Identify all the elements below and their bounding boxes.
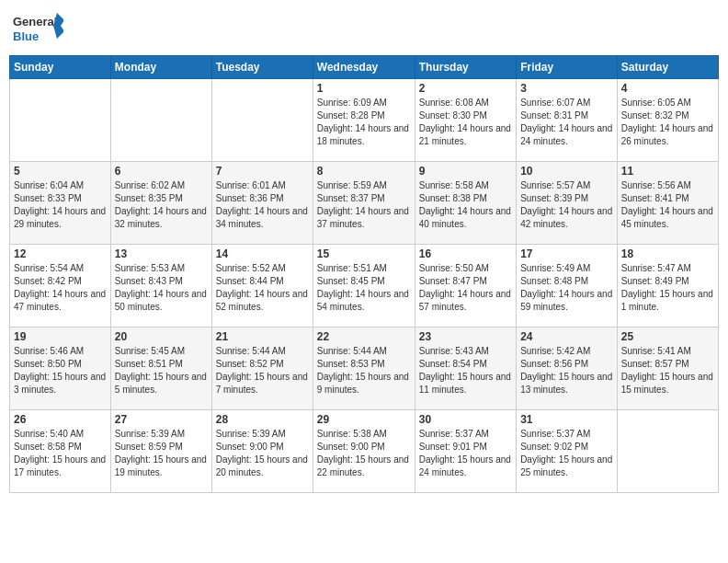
day-info: Sunrise: 5:39 AM Sunset: 8:59 PM Dayligh… [115,428,208,479]
day-info: Sunrise: 5:52 AM Sunset: 8:44 PM Dayligh… [216,262,309,314]
day-info: Sunrise: 5:39 AM Sunset: 9:00 PM Dayligh… [216,428,309,479]
calendar-cell: 29Sunrise: 5:38 AM Sunset: 9:00 PM Dayli… [313,410,415,493]
calendar-cell: 21Sunrise: 5:44 AM Sunset: 8:52 PM Dayli… [211,327,313,410]
calendar-cell: 25Sunrise: 5:41 AM Sunset: 8:57 PM Dayli… [617,327,718,410]
calendar-cell: 17Sunrise: 5:49 AM Sunset: 8:48 PM Dayli… [517,245,618,327]
logo: General Blue [13,9,63,48]
day-info: Sunrise: 5:58 AM Sunset: 8:38 PM Dayligh… [419,179,512,231]
day-number: 29 [317,413,411,426]
calendar-cell: 26Sunrise: 5:40 AM Sunset: 8:58 PM Dayli… [10,410,111,493]
day-number: 20 [115,330,208,343]
day-info: Sunrise: 5:50 AM Sunset: 8:47 PM Dayligh… [419,262,512,314]
day-info: Sunrise: 5:57 AM Sunset: 8:39 PM Dayligh… [520,179,613,231]
day-number: 15 [317,247,411,260]
day-info: Sunrise: 6:02 AM Sunset: 8:35 PM Dayligh… [115,179,208,231]
calendar-header-row: SundayMondayTuesdayWednesdayThursdayFrid… [10,56,719,79]
day-number: 25 [621,330,714,343]
column-header-sunday: Sunday [10,56,111,79]
day-number: 10 [520,165,613,178]
calendar-week-row: 26Sunrise: 5:40 AM Sunset: 8:58 PM Dayli… [10,410,719,493]
column-header-wednesday: Wednesday [313,56,415,79]
day-info: Sunrise: 5:59 AM Sunset: 8:37 PM Dayligh… [317,179,411,231]
day-info: Sunrise: 6:01 AM Sunset: 8:36 PM Dayligh… [216,179,309,231]
calendar-cell: 11Sunrise: 5:56 AM Sunset: 8:41 PM Dayli… [617,162,718,245]
day-number: 8 [317,165,411,178]
day-info: Sunrise: 5:40 AM Sunset: 8:58 PM Dayligh… [14,428,107,479]
day-number: 23 [419,330,512,343]
calendar-cell: 6Sunrise: 6:02 AM Sunset: 8:35 PM Daylig… [110,162,211,245]
calendar-cell: 23Sunrise: 5:43 AM Sunset: 8:54 PM Dayli… [415,327,516,410]
day-number: 9 [419,165,512,178]
calendar-cell: 12Sunrise: 5:54 AM Sunset: 8:42 PM Dayli… [10,245,111,327]
day-info: Sunrise: 5:49 AM Sunset: 8:48 PM Dayligh… [520,262,613,314]
column-header-friday: Friday [517,56,618,79]
day-number: 27 [115,413,208,426]
svg-text:Blue: Blue [13,29,39,43]
day-number: 12 [14,247,107,260]
calendar-cell: 4Sunrise: 6:05 AM Sunset: 8:32 PM Daylig… [617,79,718,162]
calendar-cell: 27Sunrise: 5:39 AM Sunset: 8:59 PM Dayli… [110,410,211,493]
day-info: Sunrise: 6:07 AM Sunset: 8:31 PM Dayligh… [520,97,613,148]
day-number: 1 [317,82,411,95]
day-number: 22 [317,330,411,343]
day-info: Sunrise: 5:41 AM Sunset: 8:57 PM Dayligh… [621,345,714,396]
day-info: Sunrise: 5:54 AM Sunset: 8:42 PM Dayligh… [14,262,107,314]
day-number: 18 [621,247,714,260]
calendar-week-row: 1Sunrise: 6:09 AM Sunset: 8:28 PM Daylig… [10,79,719,162]
day-number: 21 [216,330,309,343]
day-number: 7 [216,165,309,178]
day-info: Sunrise: 6:05 AM Sunset: 8:32 PM Dayligh… [621,97,714,148]
day-number: 16 [419,247,512,260]
column-header-tuesday: Tuesday [211,56,313,79]
calendar-cell: 1Sunrise: 6:09 AM Sunset: 8:28 PM Daylig… [313,79,415,162]
column-header-saturday: Saturday [617,56,718,79]
day-number: 6 [115,165,208,178]
day-info: Sunrise: 6:04 AM Sunset: 8:33 PM Dayligh… [14,179,107,231]
day-info: Sunrise: 5:45 AM Sunset: 8:51 PM Dayligh… [115,345,208,396]
day-info: Sunrise: 5:44 AM Sunset: 8:53 PM Dayligh… [317,345,411,396]
day-number: 13 [115,247,208,260]
logo-svg: General Blue [13,9,63,48]
day-info: Sunrise: 5:53 AM Sunset: 8:43 PM Dayligh… [115,262,208,314]
calendar-cell: 9Sunrise: 5:58 AM Sunset: 8:38 PM Daylig… [415,162,516,245]
calendar-cell: 5Sunrise: 6:04 AM Sunset: 8:33 PM Daylig… [10,162,111,245]
day-info: Sunrise: 5:42 AM Sunset: 8:56 PM Dayligh… [520,345,613,396]
day-number: 2 [419,82,512,95]
page-header: General Blue [9,9,719,48]
day-info: Sunrise: 5:51 AM Sunset: 8:45 PM Dayligh… [317,262,411,314]
day-info: Sunrise: 6:09 AM Sunset: 8:28 PM Dayligh… [317,97,411,148]
day-number: 19 [14,330,107,343]
calendar-cell: 13Sunrise: 5:53 AM Sunset: 8:43 PM Dayli… [110,245,211,327]
calendar-cell: 8Sunrise: 5:59 AM Sunset: 8:37 PM Daylig… [313,162,415,245]
day-number: 11 [621,165,714,178]
calendar-cell [10,79,111,162]
calendar-cell: 31Sunrise: 5:37 AM Sunset: 9:02 PM Dayli… [517,410,618,493]
day-number: 26 [14,413,107,426]
calendar-cell: 14Sunrise: 5:52 AM Sunset: 8:44 PM Dayli… [211,245,313,327]
calendar-cell [211,79,313,162]
day-number: 3 [520,82,613,95]
day-info: Sunrise: 5:47 AM Sunset: 8:49 PM Dayligh… [621,262,714,314]
day-number: 4 [621,82,714,95]
day-number: 14 [216,247,309,260]
day-info: Sunrise: 5:37 AM Sunset: 9:01 PM Dayligh… [419,428,512,479]
day-info: Sunrise: 5:38 AM Sunset: 9:00 PM Dayligh… [317,428,411,479]
column-header-thursday: Thursday [415,56,516,79]
calendar-cell: 19Sunrise: 5:46 AM Sunset: 8:50 PM Dayli… [10,327,111,410]
day-info: Sunrise: 5:43 AM Sunset: 8:54 PM Dayligh… [419,345,512,396]
calendar-cell: 10Sunrise: 5:57 AM Sunset: 8:39 PM Dayli… [517,162,618,245]
day-number: 31 [520,413,613,426]
calendar-cell: 28Sunrise: 5:39 AM Sunset: 9:00 PM Dayli… [211,410,313,493]
calendar-cell: 20Sunrise: 5:45 AM Sunset: 8:51 PM Dayli… [110,327,211,410]
day-info: Sunrise: 5:56 AM Sunset: 8:41 PM Dayligh… [621,179,714,231]
day-info: Sunrise: 5:37 AM Sunset: 9:02 PM Dayligh… [520,428,613,479]
calendar-cell: 24Sunrise: 5:42 AM Sunset: 8:56 PM Dayli… [517,327,618,410]
svg-text:General: General [13,15,57,29]
day-number: 24 [520,330,613,343]
day-info: Sunrise: 5:44 AM Sunset: 8:52 PM Dayligh… [216,345,309,396]
calendar-cell: 18Sunrise: 5:47 AM Sunset: 8:49 PM Dayli… [617,245,718,327]
column-header-monday: Monday [110,56,211,79]
day-info: Sunrise: 6:08 AM Sunset: 8:30 PM Dayligh… [419,97,512,148]
day-number: 28 [216,413,309,426]
calendar-table: SundayMondayTuesdayWednesdayThursdayFrid… [9,55,719,493]
